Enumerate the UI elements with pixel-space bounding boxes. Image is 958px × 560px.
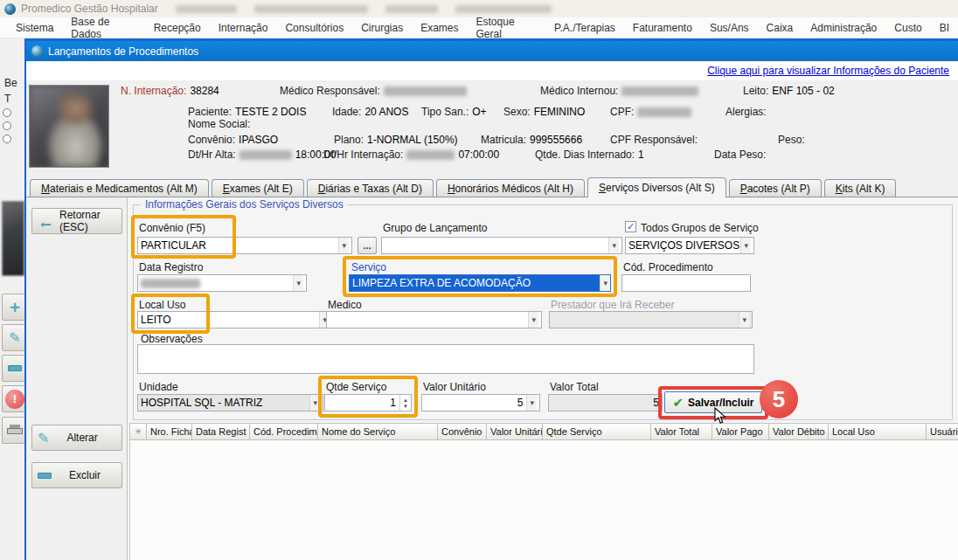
menu-item[interactable]: Recepção xyxy=(145,17,210,38)
step-badge: 5 xyxy=(760,380,798,418)
cod-procedimento-input[interactable] xyxy=(621,274,751,292)
app-logo-icon xyxy=(4,3,16,15)
background-text-fragment: Be xyxy=(4,77,17,89)
remove-button[interactable] xyxy=(2,355,24,382)
qtde-servico-spinner[interactable]: 1 ▲ ▼ xyxy=(324,394,412,411)
field-nome-social: Nome Social: xyxy=(188,118,250,130)
back-arrow-icon: ← xyxy=(38,213,54,230)
menu-item[interactable]: Estoque Geral xyxy=(468,17,545,38)
grupo-servico-combo[interactable]: SERVIÇOS DIVERSOS ▾ xyxy=(625,237,754,254)
grid-column-header[interactable]: Valor Pago xyxy=(712,423,769,440)
valor-unitario-combo[interactable]: 5 ▾ xyxy=(421,394,540,411)
link-bar: Clique aqui para visualizar Informações … xyxy=(26,61,958,80)
menu-bar: SistemaBase de DadosRecepçãoInternaçãoCo… xyxy=(0,17,958,38)
grid-column-header[interactable]: Valor Débito xyxy=(769,423,829,440)
asterisk-icon[interactable]: ✳ xyxy=(129,423,147,440)
convenio-combo[interactable]: PARTICULAR ▾ xyxy=(137,237,352,254)
tab[interactable]: Materiais e Medicamentos (Alt M) xyxy=(30,179,209,197)
printer-icon xyxy=(7,425,23,436)
grid-column-header[interactable]: Local Uso xyxy=(829,423,927,440)
menu-item[interactable]: Faturamento xyxy=(624,17,701,38)
field-idade: Idade: 20 ANOS xyxy=(332,106,408,118)
menu-item[interactable]: Exames xyxy=(412,17,467,38)
medico-combo[interactable]: ▾ xyxy=(326,311,542,328)
valor-total-label: Valor Total xyxy=(550,381,599,393)
plus-icon: + xyxy=(10,299,20,316)
radio-button[interactable] xyxy=(3,108,11,117)
redacted-value xyxy=(637,107,691,117)
alert-button[interactable]: ! xyxy=(2,385,24,412)
salvar-incluir-button[interactable]: ✔ Salvar/Incluir xyxy=(664,391,762,413)
unidade-combo[interactable]: HOSPITAL SQL - MATRIZ ▾ xyxy=(137,394,323,411)
local-uso-label: Local Uso xyxy=(139,299,185,311)
data-registro-combo[interactable]: ▾ xyxy=(137,274,307,292)
local-uso-combo[interactable]: LEITO ▾ xyxy=(137,311,333,328)
grid-column-header[interactable]: Qtde Serviço xyxy=(543,423,651,440)
servico-combo[interactable]: LIMPEZA EXTRA DE ACOMODAÇÃO ▾ xyxy=(349,274,611,292)
menu-item[interactable]: BI xyxy=(931,17,958,38)
redacted-value xyxy=(384,86,467,96)
radio-button[interactable] xyxy=(3,121,11,130)
patient-info-link[interactable]: Clique aqui para visualizar Informações … xyxy=(707,65,949,77)
field-medico-responsavel: Médico Responsável: xyxy=(280,85,467,97)
spinner-arrows-icon[interactable]: ▲ ▼ xyxy=(399,395,408,411)
observacoes-textarea[interactable] xyxy=(137,344,754,374)
grid-column-header[interactable]: Nome do Serviço xyxy=(318,423,438,440)
grupo-lancamento-combo[interactable]: ▾ xyxy=(381,237,622,254)
redacted-value xyxy=(406,150,455,160)
form-area: Informações Gerais dos Serviços Diversos… xyxy=(128,197,958,560)
prestador-combo: ▾ xyxy=(549,311,753,328)
field-dthr-internacao: Dt/Hr Internação: 07:00:00 xyxy=(323,149,499,161)
tab-strip: Materiais e Medicamentos (Alt M) Exames … xyxy=(26,176,958,197)
menu-item[interactable]: Caixa xyxy=(758,17,802,38)
tab[interactable]: Diárias e Taxas (Alt D) xyxy=(307,179,434,197)
grid-column-header[interactable]: Cód. Procediment xyxy=(250,423,318,440)
grid-column-header[interactable]: Nro. Ficha xyxy=(147,423,192,440)
menu-item[interactable]: Sus/Ans xyxy=(701,17,758,38)
servico-label: Serviço xyxy=(351,261,386,273)
tab[interactable]: Kits (Alt K) xyxy=(824,179,897,197)
grid-column-header[interactable]: Convênio xyxy=(438,423,487,440)
menu-item[interactable]: Custo xyxy=(885,17,930,38)
radio-button[interactable] xyxy=(3,135,11,143)
menu-item[interactable]: Consultórios xyxy=(276,17,352,38)
edit-button[interactable]: ✎ xyxy=(2,324,24,351)
mouse-cursor xyxy=(714,407,727,425)
grid-column-header[interactable]: Valor Total xyxy=(651,423,712,440)
dropdown-arrow-icon: ▾ xyxy=(739,312,749,328)
tab[interactable]: Pacotes (Alt P) xyxy=(729,179,822,197)
menu-item[interactable]: Internação xyxy=(210,17,277,38)
excluir-button[interactable]: Excluir xyxy=(31,462,122,488)
app-title: Promedico Gestão Hospitalar xyxy=(21,3,158,15)
dialog-titlebar: Lançamentos de Procedimentos xyxy=(26,41,958,61)
add-button[interactable]: + xyxy=(2,294,24,321)
field-dias-internado: Qtde. Dias Internado: 1 xyxy=(535,149,644,161)
tab[interactable]: Exames (Alt E) xyxy=(212,179,304,197)
print-button[interactable] xyxy=(2,417,24,444)
pencil-icon: ✎ xyxy=(9,329,20,346)
grid-column-header[interactable]: Valor Unitário xyxy=(487,423,543,440)
tab[interactable]: Honorários Médicos (Alt H) xyxy=(436,179,585,197)
convenio-browse-button[interactable]: ... xyxy=(358,237,377,254)
dropdown-arrow-icon: ▾ xyxy=(293,275,303,291)
grid-body-empty[interactable] xyxy=(129,440,958,560)
tab[interactable]: Serviços Diversos (Alt S) xyxy=(587,177,726,197)
grid-column-header[interactable]: Data Regist xyxy=(192,423,250,440)
menu-item[interactable]: Cirurgias xyxy=(352,17,412,38)
menu-item[interactable]: Base de Dados xyxy=(62,17,144,38)
todos-grupos-checkbox[interactable]: ✓ xyxy=(625,221,636,232)
redacted-text xyxy=(254,5,368,13)
menu-item[interactable]: P.A./Terapias xyxy=(545,17,624,38)
grid-column-header[interactable]: Usuário xyxy=(927,423,958,440)
dropdown-arrow-icon: ▾ xyxy=(338,238,349,253)
menu-item[interactable]: Administração xyxy=(802,17,885,38)
menu-item[interactable]: Sistema xyxy=(7,17,62,38)
dropdown-arrow-icon: ▾ xyxy=(528,312,538,328)
dialog-title: Lançamentos de Procedimentos xyxy=(48,45,198,58)
retornar-button[interactable]: ← Retornar (ESC) xyxy=(31,208,122,234)
field-dthr-alta: Dt/Hr Alta: 18:00:00 xyxy=(188,149,336,161)
field-tipo-sanguineo: Tipo San.: O+ xyxy=(421,106,487,118)
background-photo-thumbnail xyxy=(2,201,24,276)
field-plano: Plano: 1-NORMAL (150%) xyxy=(334,134,458,146)
alterar-button[interactable]: ✎ Alterar xyxy=(31,425,122,451)
